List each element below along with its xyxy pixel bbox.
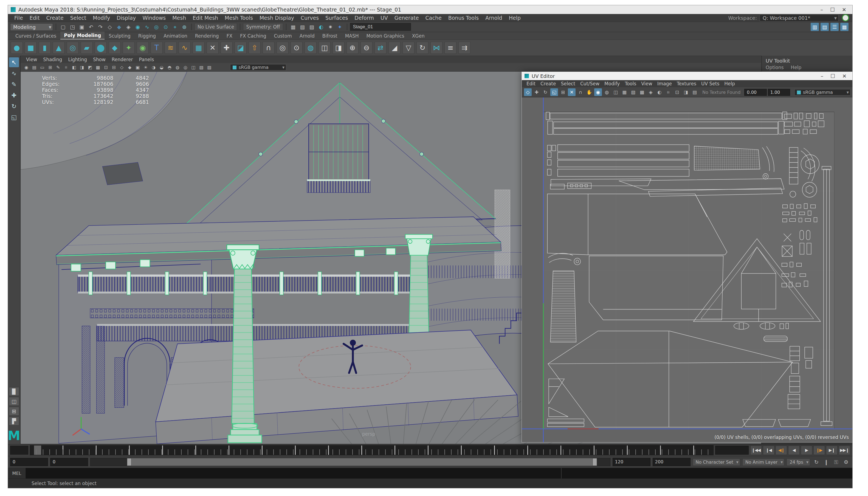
viewport-toolbar-icon[interactable]: ◓ — [166, 64, 173, 71]
panel-menu-item[interactable]: Shading — [40, 57, 65, 62]
render-icon[interactable]: ▨ — [308, 23, 316, 31]
uv-toolbar-icon[interactable]: ◇ — [524, 88, 532, 96]
shelf-icon[interactable]: ✦ — [123, 42, 135, 54]
playback-option-icon[interactable]: ⚙ — [842, 458, 850, 466]
uv-toolbar-icon[interactable]: ▧ — [629, 88, 637, 96]
shelf-tab[interactable]: Animation — [160, 32, 191, 40]
menu-item[interactable]: Select — [67, 14, 90, 22]
workspace-dropdown[interactable]: Q: Workspace 001* — [760, 15, 839, 21]
viewport-toolbar-icon[interactable]: ▧ — [198, 64, 205, 71]
shelf-icon[interactable]: ⇉ — [459, 42, 470, 54]
status-icon[interactable]: ◇ — [106, 23, 114, 31]
sidebar-toggle-icon[interactable]: ▤ — [821, 23, 829, 31]
uv-toolbar-icon[interactable]: ▦ — [621, 88, 628, 96]
uv-toolbar-icon[interactable]: ⊞ — [559, 88, 567, 96]
viewport-toolbar-icon[interactable]: ◩ — [87, 64, 94, 71]
menu-item[interactable]: Arnold — [482, 14, 505, 22]
menu-item[interactable]: Generate — [391, 14, 422, 22]
uv-toolbar-icon[interactable]: ↻ — [542, 88, 549, 96]
shelf-icon[interactable]: ▽ — [402, 42, 415, 54]
playback-button[interactable]: ❙◀◀ — [750, 446, 762, 455]
layout-button[interactable]: ▉ — [9, 387, 19, 396]
status-icon[interactable]: ◉ — [134, 23, 142, 31]
status-icon[interactable]: ◆ — [115, 23, 123, 31]
shelf-tab[interactable]: Rendering — [191, 32, 222, 40]
menu-item[interactable]: Mesh Display — [257, 14, 297, 22]
time-slider[interactable] — [30, 445, 714, 455]
uv-minimize-button[interactable]: – — [821, 73, 824, 79]
status-icon[interactable]: ∿ — [143, 23, 151, 31]
toolbox-tool[interactable]: ↖ — [9, 57, 19, 67]
viewport-toolbar-icon[interactable]: ◆ — [126, 64, 133, 71]
toolbox-tool[interactable]: ✚ — [9, 90, 19, 100]
status-icon[interactable]: ⌖ — [171, 23, 179, 31]
layout-button[interactable]: ◫ — [9, 397, 19, 406]
playback-button[interactable]: ▶❙ — [826, 446, 838, 455]
viewport-toolbar-icon[interactable]: ⌗ — [63, 64, 70, 71]
playback-frame-field[interactable] — [715, 446, 749, 454]
render-icon[interactable]: ✦ — [336, 23, 344, 31]
menu-item[interactable]: Edit — [27, 14, 43, 22]
uv-close-button[interactable]: ✕ — [842, 73, 847, 79]
uv-toolbar-icon[interactable]: ◐ — [656, 88, 663, 96]
uv-toolbar-icon[interactable]: ◉ — [594, 88, 602, 96]
menu-item[interactable]: Bonus Tools — [445, 14, 482, 22]
viewport-gamma-dropdown[interactable]: sRGB gamma — [230, 64, 286, 71]
viewport-toolbar-icon[interactable]: ◒ — [158, 64, 165, 71]
uv-menu-item[interactable]: Cut/Sew — [578, 80, 602, 88]
shelf-tab[interactable]: Rigging — [135, 32, 159, 40]
uv-toolbar-icon[interactable]: ✚ — [533, 88, 540, 96]
shelf-icon[interactable]: ↻ — [416, 42, 429, 54]
uv-menu-item[interactable]: Select — [558, 80, 577, 88]
render-icon[interactable]: ◐ — [317, 23, 325, 31]
status-icon[interactable]: ▢ — [59, 23, 67, 31]
uv-toolbar-icon[interactable]: ⊡ — [673, 88, 681, 96]
shelf-tab[interactable]: FX — [223, 32, 236, 40]
shelf-icon[interactable]: ✕ — [206, 42, 219, 54]
viewport-toolbar-icon[interactable]: ⊡ — [102, 64, 109, 71]
render-icon[interactable]: ✷ — [326, 23, 335, 31]
shelf-icon[interactable]: ⬤ — [95, 42, 107, 54]
uv-menu-item[interactable]: Tools — [622, 80, 639, 88]
shelf-icon[interactable]: ✚ — [220, 42, 233, 54]
uv-toolbar-icon[interactable]: ✕ — [568, 88, 576, 96]
uv-canvas[interactable]: (0/0) UV shells, (0/0) overlapping UVs, … — [522, 97, 853, 442]
shelf-icon[interactable]: ◪ — [235, 42, 247, 54]
viewport-toolbar-icon[interactable]: ☀ — [142, 64, 149, 71]
uv-toolbar-icon[interactable]: ◱ — [550, 88, 558, 96]
shelf-icon[interactable]: ◉ — [137, 42, 149, 54]
menu-item[interactable]: File — [11, 14, 26, 22]
shelf-tab[interactable]: Poly Modeling — [60, 32, 105, 40]
render-icon[interactable]: ▦ — [289, 23, 297, 31]
shelf-tab[interactable]: Motion Graphics — [363, 32, 408, 40]
panel-menu-item[interactable]: Lighting — [65, 57, 90, 62]
shelf-icon[interactable]: ⇄ — [374, 42, 387, 54]
shelf-icon[interactable]: ⊖ — [360, 42, 373, 54]
playback-button[interactable]: ◀❙ — [776, 446, 787, 455]
menu-item[interactable]: Windows — [139, 14, 169, 22]
shelf-icon[interactable]: T — [151, 42, 163, 54]
menu-item[interactable]: Curves — [298, 14, 322, 22]
shelf-icon[interactable]: ⋈ — [431, 42, 443, 54]
uv-toolbar-icon[interactable]: ◫ — [612, 88, 619, 96]
layout-button[interactable]: ▛ — [9, 417, 19, 425]
shelf-icon[interactable]: ▮ — [39, 42, 51, 54]
shelf-icon[interactable]: ⇧ — [249, 42, 261, 54]
shelf-icon[interactable]: ⊕ — [346, 42, 359, 54]
viewport-toolbar-icon[interactable]: ◍ — [174, 64, 181, 71]
viewport-toolbar-icon[interactable]: ⊟ — [110, 64, 118, 71]
shelf-icon[interactable]: ∿ — [179, 42, 191, 54]
uv-toolbar-icon[interactable]: ◈ — [647, 88, 654, 96]
status-icon[interactable]: ⊙ — [161, 23, 170, 31]
range-end-handle[interactable] — [592, 458, 597, 466]
uv-toolbar-icon[interactable]: ◨ — [682, 88, 690, 96]
shelf-tab[interactable]: Custom — [270, 32, 295, 40]
shelf-icon[interactable]: ≋ — [165, 42, 177, 54]
render-icon[interactable]: ▧ — [298, 23, 307, 31]
playback-button[interactable]: ▶ — [801, 446, 812, 455]
status-icon[interactable]: ↶ — [87, 23, 95, 31]
playback-start-field[interactable]: 0 — [50, 458, 88, 466]
viewport-toolbar-icon[interactable]: ◑ — [150, 64, 157, 71]
uv-menu-item[interactable]: Textures — [674, 80, 699, 88]
shelf-icon[interactable]: ▰ — [81, 42, 93, 54]
